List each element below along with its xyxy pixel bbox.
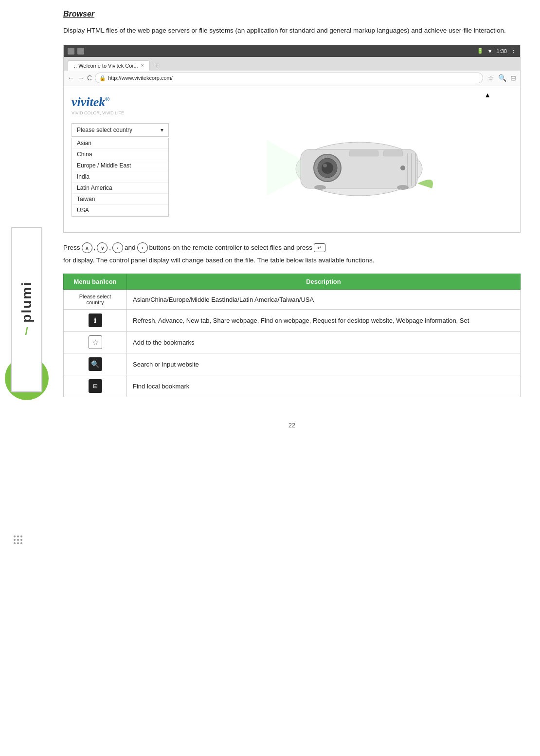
table-cell-icon-5: ⊟: [64, 375, 127, 397]
spine-dots: [14, 535, 22, 544]
functions-table: Menu bar/Icon Description Please selectc…: [63, 274, 521, 397]
spine-dot-row: [14, 542, 22, 544]
browser-left-panel: vivitek® VIVID COLOR, VIVID LIFE Please …: [72, 94, 169, 224]
info-icon-cell: ℹ: [70, 313, 121, 327]
press-text-end: for display. The control panel display w…: [63, 255, 374, 266]
star-icon: ☆: [92, 338, 99, 347]
browser-mockup: 🔋 ▼ 1:30 ⋮ :: Welcome to Vivitek Cor... …: [63, 45, 521, 233]
intro-paragraph: Display HTML files of the web page serve…: [63, 25, 521, 36]
table-row: Please selectcountry Asian/China/Europe/…: [64, 290, 521, 310]
table-row: 🔍 Search or input website: [64, 353, 521, 375]
left-button-icon: ‹: [112, 242, 123, 253]
country-option-usa[interactable]: USA: [72, 205, 168, 216]
table-cell-icon-4: 🔍: [64, 353, 127, 375]
star-icon-cell: ☆: [70, 335, 121, 349]
vivitek-tagline: VIVID COLOR, VIVID LIFE: [72, 111, 169, 115]
page-number: 22: [63, 412, 521, 429]
search-icon[interactable]: 🔍: [498, 74, 506, 82]
comma-1: ,: [94, 242, 96, 254]
browser-tabs: :: Welcome to Vivitek Cor... × +: [64, 57, 520, 71]
svg-point-11: [400, 166, 405, 170]
refresh-button[interactable]: C: [87, 74, 92, 82]
browser-tab-active[interactable]: :: Welcome to Vivitek Cor... ×: [68, 60, 150, 71]
url-bar[interactable]: 🔒 http://www.vivitekcorp.com/: [95, 73, 483, 83]
press-text-after: buttons on the remote controller to sele…: [149, 242, 312, 254]
up-button-icon: ∧: [82, 242, 92, 253]
titlebar-left: [68, 48, 84, 55]
menu-dots-icon: ⋮: [511, 48, 516, 54]
spine-dot: [20, 542, 22, 544]
spine-dot: [20, 535, 22, 537]
projector-illustration: [177, 111, 512, 208]
table-cell-desc-1: Asian/China/Europe/Middle EastIndia/Lati…: [127, 290, 521, 310]
country-option-taiwan[interactable]: Taiwan: [72, 194, 168, 205]
svg-point-4: [322, 162, 333, 174]
spine-dot-row: [14, 539, 22, 541]
table-cell-desc-4: Search or input website: [127, 353, 521, 375]
spine-dot: [20, 539, 22, 541]
right-button-icon: ›: [137, 242, 148, 253]
country-select-button[interactable]: Please select country ▾: [72, 123, 169, 137]
win-btn-2: [77, 48, 84, 55]
spine-dot: [14, 535, 16, 537]
back-button[interactable]: ←: [68, 74, 74, 82]
comma-2: ,: [109, 242, 111, 254]
main-content: Browser Display HTML files of the web pa…: [63, 0, 521, 458]
browser-titlebar: 🔋 ▼ 1:30 ⋮: [64, 45, 520, 57]
table-row: ⊟ Find local bookmark: [64, 375, 521, 397]
vivitek-logo-area: vivitek® VIVID COLOR, VIVID LIFE: [72, 94, 169, 115]
addr-bar-icons: ☆ 🔍 ⊟: [488, 74, 516, 82]
info-icon-box: ℹ: [89, 313, 102, 327]
table-header-icon: Menu bar/Icon: [64, 274, 127, 290]
country-select-label: Please select country: [77, 127, 132, 133]
titlebar-time: 1:30: [497, 48, 507, 54]
section-title: Browser: [63, 10, 521, 18]
spine-dot: [17, 539, 19, 541]
menu-icon[interactable]: ⊟: [510, 74, 516, 82]
table-row: ℹ Refresh, Advance, New tab, Share webpa…: [64, 310, 521, 332]
forward-button[interactable]: →: [77, 74, 84, 82]
svg-rect-7: [383, 150, 403, 156]
table-cell-desc-5: Find local bookmark: [127, 375, 521, 397]
browser-addressbar: ← → C 🔒 http://www.vivitekcorp.com/ ☆ 🔍 …: [64, 71, 520, 86]
country-option-europe[interactable]: Europe / Middle East: [72, 160, 168, 171]
lock-icon: 🔒: [99, 75, 106, 81]
svg-marker-12: [267, 140, 301, 196]
spine: plumi /: [0, 0, 54, 756]
down-button-icon: ∨: [97, 242, 108, 253]
country-option-china[interactable]: China: [72, 149, 168, 160]
new-tab-button[interactable]: +: [150, 59, 163, 71]
table-row: ☆ Add to the bookmarks: [64, 332, 521, 353]
svg-point-14: [397, 185, 409, 190]
country-option-asian[interactable]: Asian: [72, 138, 168, 149]
and-text: and: [125, 242, 136, 254]
vivitek-logo: vivitek®: [72, 94, 169, 110]
tab-close-icon[interactable]: ×: [141, 63, 144, 68]
bookmark-icon-box: ⊟: [89, 379, 102, 393]
table-cell-icon-3: ☆: [64, 332, 127, 353]
table-cell-desc-3: Add to the bookmarks: [127, 332, 521, 353]
press-text: Press: [63, 242, 80, 254]
country-dropdown: Asian China Europe / Middle East India L…: [72, 138, 169, 217]
table-cell-icon-2: ℹ: [64, 310, 127, 332]
table-header-desc: Description: [127, 274, 521, 290]
svg-point-13: [314, 185, 326, 190]
url-text: http://www.vivitekcorp.com/: [108, 75, 173, 81]
star-icon[interactable]: ☆: [488, 74, 494, 82]
spine-dot: [14, 542, 16, 544]
battery-icon: 🔋: [477, 48, 484, 54]
browser-body: ▲ vivitek® VIVID COLOR, VIVID LIFE Pleas…: [64, 86, 520, 232]
spine-dot: [17, 535, 19, 537]
table-cell-desc-2: Refresh, Advance, New tab, Share webpage…: [127, 310, 521, 332]
country-option-latin[interactable]: Latin America: [72, 183, 168, 194]
search-icon: 🔍: [91, 360, 99, 368]
titlebar-right: 🔋 ▼ 1:30 ⋮: [477, 48, 516, 54]
enter-button-icon: ↵: [314, 243, 325, 252]
spine-dot-row: [14, 535, 22, 537]
spine-dot: [14, 539, 16, 541]
country-option-india[interactable]: India: [72, 171, 168, 183]
svg-rect-6: [349, 150, 378, 156]
tab-label: :: Welcome to Vivitek Cor...: [74, 63, 138, 69]
svg-point-5: [323, 164, 327, 167]
star-icon-box: ☆: [89, 335, 102, 349]
